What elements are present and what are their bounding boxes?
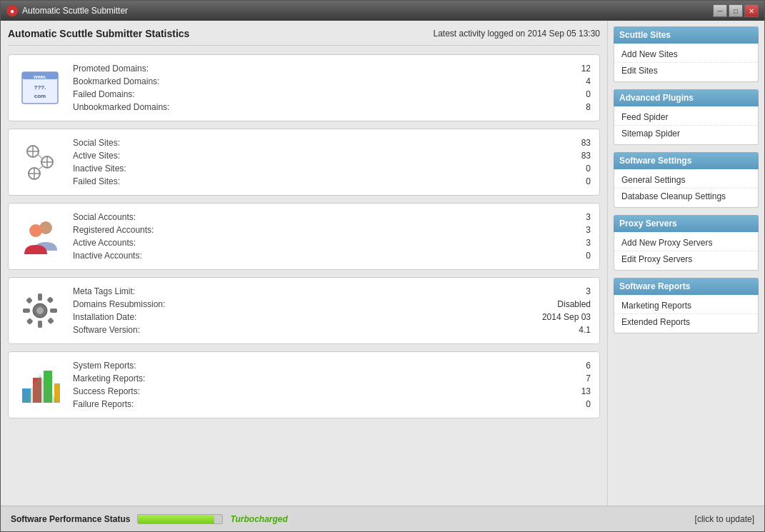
add-new-sites-link[interactable]: Add New Sites xyxy=(614,46,758,63)
resubmission-row: Domains Resubmission: Disabled xyxy=(73,298,591,311)
bookmarked-domains-label: Bookmarked Domains: xyxy=(73,76,159,86)
status-text: Turbocharged xyxy=(230,514,287,524)
social-accounts-row: Social Accounts: 3 xyxy=(73,211,591,224)
svg-text:www.: www. xyxy=(33,74,46,79)
inactive-sites-value: 0 xyxy=(548,164,591,174)
advanced-plugins-section: Advanced Plugins Feed Spider Sitemap Spi… xyxy=(614,89,759,145)
social-accounts-label: Social Accounts: xyxy=(73,212,136,222)
svg-point-19 xyxy=(36,307,44,314)
settings-icon xyxy=(17,288,63,333)
registered-accounts-value: 3 xyxy=(548,225,591,235)
scuttle-sites-section: Scuttle Sites Add New Sites Edit Sites xyxy=(614,26,759,82)
failure-reports-row: Failure Reports: 0 xyxy=(73,398,591,411)
svg-line-15 xyxy=(38,166,44,170)
progress-fill xyxy=(138,515,214,523)
svg-rect-27 xyxy=(47,317,54,324)
svg-rect-20 xyxy=(38,293,42,301)
window-controls: ─ □ ✕ xyxy=(713,4,759,17)
accounts-card: Social Accounts: 3 Registered Accounts: … xyxy=(8,203,600,270)
close-button[interactable]: ✕ xyxy=(744,4,759,17)
extended-reports-link[interactable]: Extended Reports xyxy=(614,314,758,330)
active-sites-value: 83 xyxy=(548,151,591,161)
failed-domains-label: Failed Domains: xyxy=(73,89,135,99)
domains-icon: www. ???. com xyxy=(17,65,63,111)
software-reports-header: Software Reports xyxy=(614,278,759,295)
active-accounts-value: 3 xyxy=(548,238,591,248)
social-sites-icon xyxy=(17,139,63,185)
add-new-proxy-link[interactable]: Add New Proxy Servers xyxy=(614,235,758,251)
software-reports-section: Software Reports Marketing Reports Exten… xyxy=(614,278,759,333)
scuttle-sites-body: Add New Sites Edit Sites xyxy=(614,44,759,82)
install-date-label: Installation Date: xyxy=(73,312,136,322)
svg-text:???.: ???. xyxy=(34,84,46,91)
social-sites-label: Social Sites: xyxy=(73,138,120,148)
general-settings-link[interactable]: General Settings xyxy=(614,172,758,189)
settings-card: Meta Tags Limit: 3 Domains Resubmission:… xyxy=(8,277,600,344)
unbookmarked-domains-row: Unbookmarked Domains: 8 xyxy=(73,101,591,114)
reports-card: System Reports: 6 Marketing Reports: 7 S… xyxy=(8,351,600,418)
maximize-button[interactable]: □ xyxy=(729,4,743,17)
sitemap-spider-link[interactable]: Sitemap Spider xyxy=(614,126,758,141)
promoted-domains-value: 12 xyxy=(548,64,591,74)
resubmission-value: Disabled xyxy=(548,299,591,309)
main-window: ● Automatic Scuttle Submitter ─ □ ✕ Auto… xyxy=(0,0,765,532)
edit-proxy-link[interactable]: Edit Proxy Servers xyxy=(614,251,758,267)
bookmarked-domains-row: Bookmarked Domains: 4 xyxy=(73,75,591,88)
update-link[interactable]: [click to update] xyxy=(695,514,754,524)
install-date-value: 2014 Sep 03 xyxy=(542,312,591,322)
domains-stats: Promoted Domains: 12 Bookmarked Domains:… xyxy=(73,62,591,114)
svg-point-17 xyxy=(29,224,42,237)
right-sidebar: Scuttle Sites Add New Sites Edit Sites A… xyxy=(607,21,764,506)
feed-spider-link[interactable]: Feed Spider xyxy=(614,109,758,126)
software-settings-header: Software Settings xyxy=(614,152,759,169)
accounts-stats: Social Accounts: 3 Registered Accounts: … xyxy=(73,211,591,262)
resubmission-label: Domains Resubmission: xyxy=(73,299,165,309)
app-icon: ● xyxy=(6,5,18,16)
svg-rect-22 xyxy=(23,308,30,313)
svg-line-14 xyxy=(38,154,42,159)
bookmarked-domains-value: 4 xyxy=(548,76,591,86)
system-reports-label: System Reports: xyxy=(73,361,136,371)
stats-activity: Latest activity logged on 2014 Sep 05 13… xyxy=(433,29,600,39)
svg-rect-25 xyxy=(46,296,54,303)
stats-title: Automatic Scuttle Submitter Statistics xyxy=(8,28,189,39)
promoted-domains-row: Promoted Domains: 12 xyxy=(73,62,591,75)
advanced-plugins-header: Advanced Plugins xyxy=(614,89,759,106)
marketing-reports-row: Marketing Reports: 7 xyxy=(73,372,591,385)
svg-rect-24 xyxy=(26,297,33,304)
meta-tags-row: Meta Tags Limit: 3 xyxy=(73,285,591,298)
meta-tags-label: Meta Tags Limit: xyxy=(73,286,135,296)
accounts-icon xyxy=(17,214,63,259)
edit-sites-link[interactable]: Edit Sites xyxy=(614,63,758,79)
svg-text:com: com xyxy=(34,93,46,99)
meta-tags-value: 3 xyxy=(548,286,591,296)
svg-rect-21 xyxy=(38,321,42,328)
minimize-button[interactable]: ─ xyxy=(713,4,727,17)
failure-reports-value: 0 xyxy=(548,399,591,409)
software-version-value: 4.1 xyxy=(548,325,591,335)
software-settings-body: General Settings Database Cleanup Settin… xyxy=(614,169,759,208)
social-sites-card: Social Sites: 83 Active Sites: 83 Inacti… xyxy=(8,129,600,196)
marketing-reports-link[interactable]: Marketing Reports xyxy=(614,298,758,314)
software-version-row: Software Version: 4.1 xyxy=(73,323,591,336)
software-version-label: Software Version: xyxy=(73,325,140,335)
inactive-sites-label: Inactive Sites: xyxy=(73,164,126,174)
active-accounts-row: Active Accounts: 3 xyxy=(73,236,591,249)
inactive-accounts-label: Inactive Accounts: xyxy=(73,251,142,261)
active-accounts-label: Active Accounts: xyxy=(73,238,136,248)
left-panel: Automatic Scuttle Submitter Statistics L… xyxy=(1,21,607,506)
scuttle-sites-header: Scuttle Sites xyxy=(614,26,759,44)
registered-accounts-label: Registered Accounts: xyxy=(73,225,154,235)
success-reports-row: Success Reports: 13 xyxy=(73,385,591,398)
social-sites-stats: Social Sites: 83 Active Sites: 83 Inacti… xyxy=(73,136,591,188)
registered-accounts-row: Registered Accounts: 3 xyxy=(73,224,591,236)
failed-sites-row: Failed Sites: 0 xyxy=(73,175,591,188)
database-cleanup-link[interactable]: Database Cleanup Settings xyxy=(614,189,758,204)
marketing-reports-label: Marketing Reports: xyxy=(73,373,145,383)
success-reports-label: Success Reports: xyxy=(73,386,140,396)
reports-stats: System Reports: 6 Marketing Reports: 7 S… xyxy=(73,359,591,411)
settings-stats: Meta Tags Limit: 3 Domains Resubmission:… xyxy=(73,285,591,336)
software-reports-body: Marketing Reports Extended Reports xyxy=(614,295,759,333)
active-sites-label: Active Sites: xyxy=(73,151,120,161)
domains-card: www. ???. com Promoted Domains: 12 Bookm… xyxy=(8,54,600,121)
